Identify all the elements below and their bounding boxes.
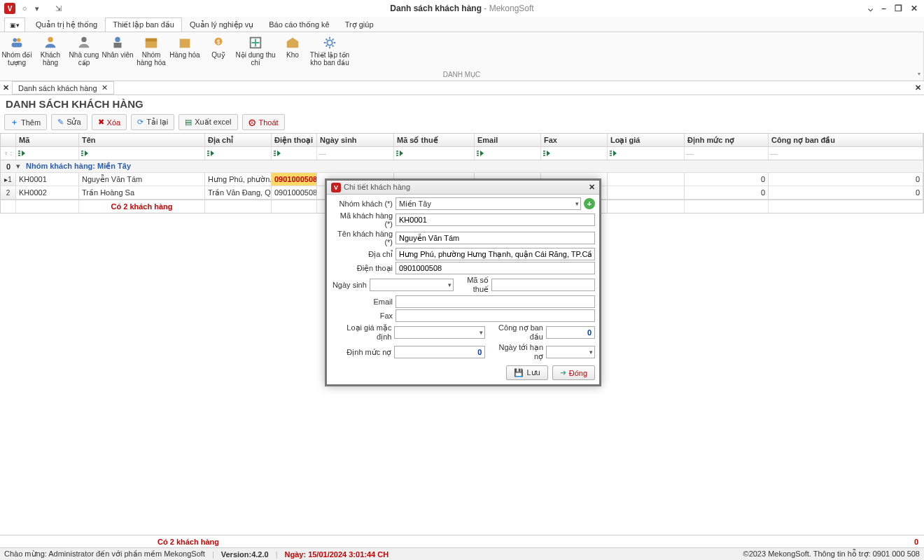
dropdown-icon[interactable]: ⌵: [866, 4, 875, 13]
filter-dienthoai[interactable]: [272, 147, 317, 160]
doctab-danhsachkhachhang[interactable]: Danh sách khách hàng ✕: [12, 81, 114, 94]
svg-point-1: [17, 38, 21, 43]
header-diachi[interactable]: Địa chỉ: [205, 134, 272, 146]
filter-diachi[interactable]: [205, 147, 272, 160]
doctabs-right-close-icon[interactable]: ✕: [915, 83, 921, 92]
gear-icon: [322, 35, 337, 50]
ribbon-panel: Nhóm đối tượng Khách hàng Nhà cung cấp N…: [0, 32, 924, 81]
employee-icon: [110, 35, 125, 50]
product-group-icon: [144, 35, 159, 50]
header-email[interactable]: Email: [475, 134, 541, 146]
svg-point-0: [13, 38, 18, 43]
grid-count: Có 2 khách hàng: [79, 200, 205, 213]
header-indicator: [1, 134, 16, 146]
close-all-tabs-icon[interactable]: ✕: [3, 83, 9, 92]
chevron-down-icon[interactable]: ▾: [575, 200, 579, 207]
label-nhomkhach: Nhóm khách (*): [331, 200, 393, 208]
ribbon-nhomhanghoa[interactable]: Nhóm hàng hóa: [134, 32, 168, 69]
ribbon-hanghoa[interactable]: Hàng hóa: [168, 32, 202, 69]
btn-tailai[interactable]: ⟳Tải lại: [131, 114, 174, 130]
transaction-icon: [248, 35, 263, 50]
warehouse-icon: [285, 35, 300, 50]
filter-loaigia[interactable]: [608, 147, 685, 160]
product-icon: [177, 35, 192, 50]
header-dinhmucno[interactable]: Định mức nợ: [685, 134, 769, 146]
tab-quanlynghiepvu[interactable]: Quản lý nghiệp vụ: [182, 18, 261, 31]
qat-more-icon[interactable]: ⇲: [53, 4, 63, 13]
filter-email[interactable]: [475, 147, 541, 160]
header-fax[interactable]: Fax: [541, 134, 608, 146]
supplier-icon: [76, 35, 92, 50]
collapse-icon[interactable]: ▾: [16, 162, 26, 171]
tab-quantrihethong[interactable]: Quản trị hệ thống: [28, 18, 105, 31]
group-label: Nhóm khách hàng: Miền Tây: [26, 162, 131, 171]
filter-dinhmucno[interactable]: —: [685, 147, 769, 160]
svg-rect-8: [146, 38, 158, 42]
ribbon-khachhang[interactable]: Khách hàng: [34, 32, 67, 69]
grid-filter-row: ♀ : — — —: [1, 147, 923, 160]
svg-text:$: $: [217, 39, 220, 46]
filter-ngaysinh[interactable]: —: [317, 147, 394, 160]
header-loaigia[interactable]: Loại giá: [608, 134, 685, 146]
dialog-close-icon[interactable]: ✕: [589, 183, 595, 192]
filter-fax[interactable]: [541, 147, 608, 160]
svg-rect-9: [180, 39, 190, 48]
exit-icon: ⮿: [248, 118, 256, 127]
btn-xuatexcel[interactable]: ▤Xuất excel: [178, 114, 237, 130]
maximize-icon[interactable]: ❐: [892, 4, 904, 13]
group-row[interactable]: 0 ▾ Nhóm khách hàng: Miền Tây: [1, 160, 923, 173]
tab-trogiup[interactable]: Trợ giúp: [337, 18, 382, 31]
svg-rect-2: [12, 43, 22, 47]
excel-icon: ▤: [185, 118, 192, 127]
dialog-titlebar[interactable]: V Chi tiết khách hàng ✕: [327, 181, 599, 195]
ribbon-group-caption: DANH MỤC: [0, 69, 923, 80]
btn-them[interactable]: ＋Thêm: [4, 114, 47, 130]
tab-thietlapbandau[interactable]: Thiết lập ban đầu: [105, 18, 182, 31]
svg-point-3: [48, 37, 52, 42]
ribbon-noidungthuchi[interactable]: Nội dung thu chi: [235, 32, 276, 69]
header-congno[interactable]: Công nợ ban đầu: [769, 134, 923, 146]
dialog-chitietkhachhang: V Chi tiết khách hàng ✕ Nhóm khách (*) M…: [325, 178, 601, 214]
btn-thoat[interactable]: ⮿Thoát: [242, 114, 285, 130]
ribbon-nhacungcap[interactable]: Nhà cung cấp: [67, 32, 101, 69]
filter-masothue[interactable]: [394, 147, 475, 160]
people-group-icon: [9, 35, 24, 50]
file-tab[interactable]: ▣▾: [4, 18, 25, 31]
qat-dropdown-icon[interactable]: ▾: [32, 4, 42, 13]
ribbon-kho[interactable]: Kho: [276, 32, 309, 69]
dialog-logo-icon: V: [331, 183, 341, 192]
header-masothue[interactable]: Mã số thuế: [394, 134, 475, 146]
window-title-suffix: - MekongSoft: [482, 4, 534, 13]
ribbon-thietlaptonkho[interactable]: Thiết lập tồn kho ban đầu: [309, 32, 350, 69]
filter-congno[interactable]: —: [769, 147, 923, 160]
ribbon-quy[interactable]: $Quỹ: [202, 32, 235, 69]
add-group-button[interactable]: +: [584, 198, 595, 209]
toolbar: ＋Thêm ✎Sửa ✖Xóa ⟳Tải lại ▤Xuất excel ⮿Th…: [0, 113, 924, 132]
svg-point-4: [81, 37, 86, 42]
doctab-close-icon[interactable]: ✕: [102, 83, 108, 92]
window-title: Danh sách khách hàng: [390, 4, 482, 13]
btn-xoa[interactable]: ✖Xóa: [92, 114, 127, 130]
ribbon-tabstrip: ▣▾ Quản trị hệ thống Thiết lập ban đầu Q…: [0, 17, 924, 32]
filter-ma[interactable]: [16, 147, 79, 160]
close-icon[interactable]: ✕: [909, 4, 920, 13]
svg-rect-6: [114, 43, 122, 48]
page-title: DANH SÁCH KHÁCH HÀNG: [0, 95, 924, 113]
label-makhachhang: Mã khách hàng (*): [331, 211, 393, 214]
document-tabstrip: ✕ Danh sách khách hàng ✕ ✕: [0, 81, 924, 95]
header-dienthoai[interactable]: Điện thoại: [272, 134, 317, 146]
header-ten[interactable]: Tên: [79, 134, 205, 146]
titlebar: V ○ ▾ ⇲ Danh sách khách hàng - MekongSof…: [0, 0, 924, 17]
minimize-icon[interactable]: –: [879, 4, 888, 13]
combo-nhomkhach[interactable]: Miền Tây▾: [396, 197, 581, 210]
filter-icon: [18, 149, 26, 158]
tab-baocaothongke[interactable]: Báo cáo thống kê: [261, 18, 337, 31]
header-ma[interactable]: Mã: [16, 134, 79, 146]
qat-circle-icon[interactable]: ○: [20, 4, 29, 13]
header-ngaysinh[interactable]: Ngày sinh: [317, 134, 394, 146]
ribbon-nhomdoituong[interactable]: Nhóm đối tượng: [0, 32, 34, 69]
btn-sua[interactable]: ✎Sửa: [51, 114, 87, 130]
filter-ten[interactable]: [79, 147, 205, 160]
grid-header: Mã Tên Địa chỉ Điện thoại Ngày sinh Mã s…: [1, 134, 923, 147]
ribbon-nhanvien[interactable]: Nhân viên: [101, 32, 134, 69]
